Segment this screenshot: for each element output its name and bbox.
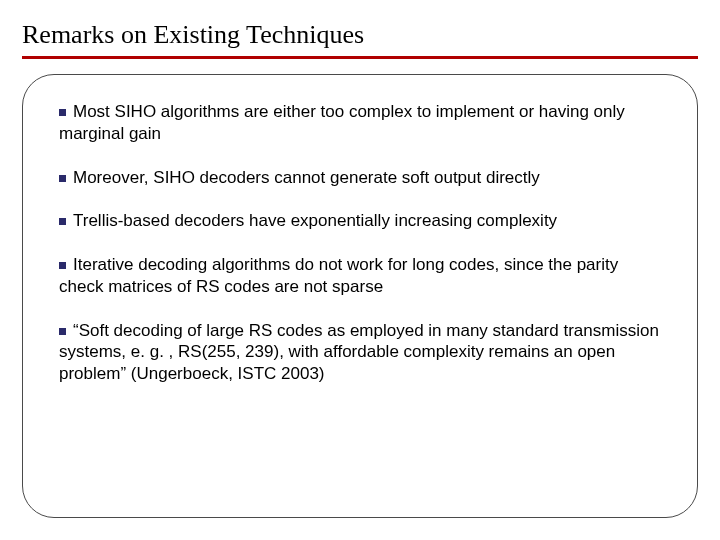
bullet-text: Iterative decoding algorithms do not wor…	[59, 255, 618, 296]
bullet-text: Most SIHO algorithms are either too comp…	[59, 102, 625, 143]
bullet-item: Most SIHO algorithms are either too comp…	[59, 101, 661, 145]
slide-title: Remarks on Existing Techniques	[22, 20, 364, 50]
bullet-item: Moreover, SIHO decoders cannot generate …	[59, 167, 661, 189]
content-frame: Most SIHO algorithms are either too comp…	[22, 74, 698, 518]
slide: Remarks on Existing Techniques Most SIHO…	[0, 0, 720, 540]
bullet-item: Iterative decoding algorithms do not wor…	[59, 254, 661, 298]
bullet-icon	[59, 328, 66, 335]
bullet-icon	[59, 175, 66, 182]
bullet-icon	[59, 262, 66, 269]
bullet-text: “Soft decoding of large RS codes as empl…	[59, 321, 659, 384]
bullet-text: Trellis-based decoders have exponentiall…	[73, 211, 557, 230]
bullet-item: Trellis-based decoders have exponentiall…	[59, 210, 661, 232]
bullet-icon	[59, 109, 66, 116]
bullet-item: “Soft decoding of large RS codes as empl…	[59, 320, 661, 385]
bullet-icon	[59, 218, 66, 225]
title-underline	[22, 56, 698, 59]
bullet-text: Moreover, SIHO decoders cannot generate …	[73, 168, 540, 187]
